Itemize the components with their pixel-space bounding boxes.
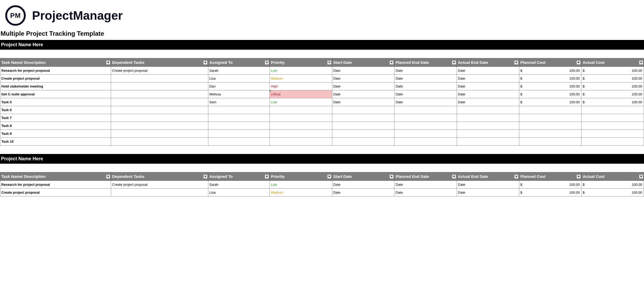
cell-dependent[interactable]: Create project proposal [111,181,208,189]
cell-planned-end-date[interactable]: Date [394,83,457,90]
filter-dropdown-icon[interactable] [106,60,110,65]
cell-actual-cost[interactable]: $100.00 [581,98,644,106]
cell-dependent[interactable] [111,90,208,98]
filter-dropdown-icon[interactable] [514,60,518,65]
cell-start-date[interactable] [332,138,394,146]
cell-start-date[interactable] [332,106,394,114]
filter-dropdown-icon[interactable] [203,60,207,65]
cell-priority[interactable]: Low [270,67,332,75]
cell-actual-end-date[interactable]: Date [457,98,519,106]
cell-dependent[interactable] [111,98,208,106]
cell-actual-end-date[interactable] [457,130,519,138]
cell-task[interactable]: Task 7 [0,114,111,122]
cell-task[interactable]: Task 10 [0,138,111,146]
filter-dropdown-icon[interactable] [577,174,581,179]
col-header-assigned[interactable]: Assigned To [208,172,269,181]
cell-planned-cost[interactable]: $100.00 [519,189,581,197]
cell-actual-end-date[interactable]: Date [457,67,519,75]
cell-actual-end-date[interactable]: Date [457,189,519,197]
filter-dropdown-icon[interactable] [106,174,110,179]
cell-planned-cost[interactable]: $100.00 [519,90,581,98]
cell-actual-cost[interactable]: $100.00 [581,90,644,98]
cell-planned-cost[interactable] [519,138,581,146]
cell-planned-cost[interactable]: $100.00 [519,75,581,83]
filter-dropdown-icon[interactable] [452,60,456,65]
cell-actual-end-date[interactable]: Date [457,181,519,189]
cell-actual-cost[interactable]: $100.00 [581,189,644,197]
cell-planned-end-date[interactable] [394,114,457,122]
cell-actual-cost[interactable]: $100.00 [581,75,644,83]
cell-planned-end-date[interactable]: Date [394,189,457,197]
cell-actual-end-date[interactable] [457,106,519,114]
cell-start-date[interactable]: Date [332,67,394,75]
cell-dependent[interactable] [111,106,208,114]
cell-actual-end-date[interactable]: Date [457,90,519,98]
cell-dependent[interactable]: Create project proposal [111,67,208,75]
cell-actual-end-date[interactable]: Date [457,83,519,90]
cell-start-date[interactable] [332,122,394,130]
cell-task[interactable]: Create project proposal [0,189,111,197]
col-header-planned-end-date[interactable]: Planned End Date [394,172,457,181]
cell-dependent[interactable] [111,114,208,122]
cell-planned-cost[interactable] [519,130,581,138]
cell-start-date[interactable]: Date [332,181,394,189]
col-header-start-date[interactable]: Start Date [332,172,394,181]
cell-planned-end-date[interactable] [394,130,457,138]
cell-priority[interactable] [270,106,332,114]
col-header-assigned[interactable]: Assigned To [208,58,269,67]
cell-planned-cost[interactable] [519,114,581,122]
cell-start-date[interactable]: Date [332,98,394,106]
cell-task[interactable]: Get C-suite approval [0,90,111,98]
cell-dependent[interactable] [111,130,208,138]
cell-assigned[interactable] [208,138,269,146]
col-header-planned-end-date[interactable]: Planned End Date [394,58,457,67]
cell-assigned[interactable] [208,130,269,138]
col-header-start-date[interactable]: Start Date [332,58,394,67]
cell-priority[interactable]: Medium [270,189,332,197]
cell-assigned[interactable] [208,122,269,130]
filter-dropdown-icon[interactable] [265,60,269,65]
cell-planned-cost[interactable] [519,106,581,114]
cell-task[interactable]: Hold stakeholder meeting [0,83,111,90]
cell-task[interactable]: Research for project proposal [0,181,111,189]
cell-planned-cost[interactable]: $100.00 [519,98,581,106]
filter-dropdown-icon[interactable] [389,60,394,65]
cell-actual-end-date[interactable] [457,122,519,130]
cell-task[interactable]: Create project proposal [0,75,111,83]
cell-dependent[interactable] [111,189,208,197]
col-header-actual-end-date[interactable]: Actual End Date [457,172,519,181]
cell-actual-cost[interactable] [581,114,644,122]
col-header-actual-cost[interactable]: Actual Cost [581,172,644,181]
cell-priority[interactable]: critical [270,90,332,98]
cell-start-date[interactable]: Date [332,83,394,90]
cell-assigned[interactable] [208,114,269,122]
col-header-dependent[interactable]: Dependent Tasks [111,172,208,181]
cell-assigned[interactable]: Lisa [208,189,269,197]
col-header-actual-cost[interactable]: Actual Cost [581,58,644,67]
cell-assigned[interactable]: Lisa [208,75,269,83]
col-header-actual-end-date[interactable]: Actual End Date [457,58,519,67]
cell-actual-end-date[interactable]: Date [457,75,519,83]
filter-dropdown-icon[interactable] [639,60,643,65]
cell-actual-cost[interactable] [581,122,644,130]
filter-dropdown-icon[interactable] [452,174,456,179]
cell-planned-end-date[interactable] [394,106,457,114]
cell-planned-end-date[interactable] [394,138,457,146]
col-header-task[interactable]: Task Name/ Description [0,172,111,181]
cell-assigned[interactable]: Sarah [208,181,269,189]
filter-dropdown-icon[interactable] [514,174,518,179]
col-header-priority[interactable]: Priority [270,58,332,67]
cell-assigned[interactable]: Sam [208,98,269,106]
filter-dropdown-icon[interactable] [327,60,331,65]
cell-assigned[interactable]: Melissa [208,90,269,98]
cell-planned-end-date[interactable]: Date [394,75,457,83]
cell-assigned[interactable]: Sarah [208,67,269,75]
cell-priority[interactable] [270,130,332,138]
cell-task[interactable]: Research for project proposal [0,67,111,75]
cell-dependent[interactable] [111,122,208,130]
col-header-dependent[interactable]: Dependent Tasks [111,58,208,67]
cell-actual-cost[interactable]: $100.00 [581,83,644,90]
cell-priority[interactable]: Medium [270,75,332,83]
cell-task[interactable]: Task 9 [0,130,111,138]
cell-priority[interactable] [270,122,332,130]
